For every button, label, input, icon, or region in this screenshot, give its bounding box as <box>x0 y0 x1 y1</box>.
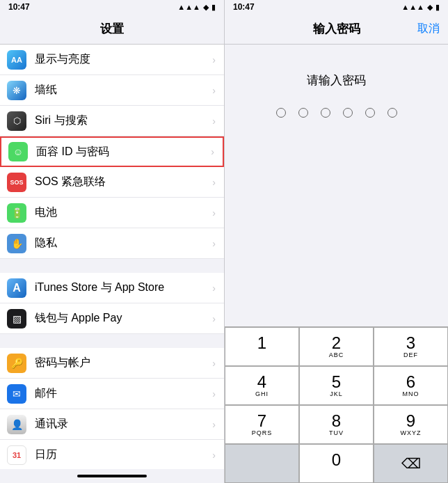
settings-item-passwords[interactable]: 🔑 密码与帐户 › <box>0 348 224 379</box>
chevron-icon: › <box>211 146 214 157</box>
key-6[interactable]: 6 MNO <box>374 366 448 405</box>
chevron-icon: › <box>212 207 216 219</box>
passcode-dots <box>276 108 397 118</box>
wallet-label: 钱包与 Apple Pay <box>35 311 212 326</box>
settings-item-privacy[interactable]: ✋ 隐私 › <box>0 228 224 259</box>
cancel-button[interactable]: 取消 <box>417 22 440 36</box>
wallet-icon: ▨ <box>7 309 26 328</box>
wifi-icon: ◆ <box>427 3 433 12</box>
chevron-icon: › <box>212 116 216 127</box>
battery-icon: 🔋 <box>7 203 26 223</box>
signal-icon: ▲▲▲ <box>177 3 200 11</box>
dot-1 <box>276 108 286 118</box>
chevron-icon: › <box>212 419 216 430</box>
key-8[interactable]: 8 TUV <box>299 405 374 444</box>
key-empty <box>225 444 299 483</box>
chevron-icon: › <box>212 283 216 294</box>
section-gap-2 <box>0 334 224 348</box>
key-3-main: 3 <box>406 335 415 351</box>
settings-panel: 10:47 ▲▲▲ ◆ ▮ 设置 AA 显示与亮度 › ❋ 墙纸 › <box>0 0 224 483</box>
settings-item-faceid[interactable]: ☺ 面容 ID 与密码 › <box>0 136 224 167</box>
siri-icon: ⬡ <box>7 111 26 131</box>
key-3-sub: DEF <box>403 351 418 359</box>
left-time: 10:47 <box>8 2 30 12</box>
keyboard-row-1: 1 2 ABC 3 DEF <box>225 327 448 366</box>
settings-item-siri[interactable]: ⬡ Siri 与搜索 › <box>0 106 224 136</box>
faceid-label: 面容 ID 与密码 <box>36 145 211 159</box>
display-label: 显示与亮度 <box>35 52 212 67</box>
settings-list: AA 显示与亮度 › ❋ 墙纸 › ⬡ Siri 与搜索 › <box>0 45 224 469</box>
contacts-icon: 👤 <box>7 415 26 434</box>
keyboard-row-2: 4 GHI 5 JKL 6 MNO <box>225 366 448 405</box>
passcode-nav-bar: 输入密码 取消 <box>225 14 448 45</box>
key-8-main: 8 <box>332 413 341 429</box>
chevron-icon: › <box>212 85 216 96</box>
signal-icon: ▲▲▲ <box>401 3 424 11</box>
right-time: 10:47 <box>233 2 255 12</box>
keyboard-row-3: 7 PQRS 8 TUV 9 WXYZ <box>225 405 448 444</box>
chevron-icon: › <box>212 358 216 369</box>
wifi-icon: ◆ <box>203 3 209 12</box>
calendar-icon: 31 <box>7 445 26 465</box>
sos-icon: SOS <box>7 173 26 192</box>
dot-2 <box>298 108 308 118</box>
itunes-icon: A <box>7 278 26 298</box>
privacy-icon: ✋ <box>7 234 26 253</box>
chevron-icon: › <box>212 450 216 461</box>
settings-item-mail[interactable]: ✉ 邮件 › <box>0 379 224 409</box>
keyboard-row-4: 0 ⌫ <box>225 444 448 483</box>
key-4[interactable]: 4 GHI <box>225 366 299 405</box>
chevron-icon: › <box>212 177 216 188</box>
left-status-icons: ▲▲▲ ◆ ▮ <box>177 3 216 12</box>
calendar-label: 日历 <box>35 448 212 462</box>
key-6-main: 6 <box>406 374 415 390</box>
key-delete[interactable]: ⌫ <box>374 444 448 483</box>
home-bar <box>77 475 147 477</box>
key-7-main: 7 <box>257 413 266 429</box>
itunes-label: iTunes Store 与 App Store <box>35 280 212 295</box>
passcode-title: 输入密码 <box>313 21 360 37</box>
key-1[interactable]: 1 <box>225 327 299 366</box>
key-9[interactable]: 9 WXYZ <box>374 405 448 444</box>
key-9-main: 9 <box>406 413 415 429</box>
sos-label: SOS 紧急联络 <box>35 175 212 189</box>
mail-label: 邮件 <box>35 386 212 401</box>
key-7-sub: PQRS <box>252 429 273 437</box>
settings-item-display[interactable]: AA 显示与亮度 › <box>0 45 224 75</box>
contacts-label: 通讯录 <box>35 417 212 431</box>
key-6-sub: MNO <box>403 390 419 398</box>
passwords-label: 密码与帐户 <box>35 356 212 370</box>
numpad-keyboard: 1 2 ABC 3 DEF 4 GHI 5 JKL 6 <box>225 326 448 483</box>
settings-item-wallet[interactable]: ▨ 钱包与 Apple Pay › <box>0 303 224 334</box>
settings-item-sos[interactable]: SOS SOS 紧急联络 › <box>0 167 224 198</box>
dot-5 <box>365 108 375 118</box>
chevron-icon: › <box>212 388 216 399</box>
key-3[interactable]: 3 DEF <box>374 327 448 366</box>
passcode-panel: 10:47 ▲▲▲ ◆ ▮ 输入密码 取消 请输入密码 1 2 <box>224 0 448 483</box>
mail-icon: ✉ <box>7 384 26 404</box>
settings-item-itunes[interactable]: A iTunes Store 与 App Store › <box>0 273 224 303</box>
settings-item-wallpaper[interactable]: ❋ 墙纸 › <box>0 75 224 106</box>
battery-icon: ▮ <box>435 3 440 12</box>
dot-4 <box>343 108 353 118</box>
left-status-bar: 10:47 ▲▲▲ ◆ ▮ <box>0 0 224 14</box>
settings-item-battery[interactable]: 🔋 电池 › <box>0 198 224 228</box>
settings-item-contacts[interactable]: 👤 通讯录 › <box>0 409 224 440</box>
passwords-icon: 🔑 <box>7 354 26 373</box>
section-3: 🔑 密码与帐户 › ✉ 邮件 › 👤 通讯录 › <box>0 348 224 469</box>
key-2-sub: ABC <box>329 351 344 359</box>
faceid-icon: ☺ <box>8 142 28 161</box>
key-5[interactable]: 5 JKL <box>299 366 374 405</box>
key-7[interactable]: 7 PQRS <box>225 405 299 444</box>
settings-item-calendar[interactable]: 31 日历 › <box>0 440 224 469</box>
chevron-icon: › <box>212 54 216 65</box>
key-2[interactable]: 2 ABC <box>299 327 374 366</box>
key-4-sub: GHI <box>255 390 269 398</box>
wallpaper-icon: ❋ <box>7 81 26 100</box>
key-0[interactable]: 0 <box>299 444 374 483</box>
home-indicator <box>0 469 224 483</box>
battery-label: 电池 <box>35 205 212 220</box>
key-0-main: 0 <box>332 452 341 468</box>
key-5-main: 5 <box>332 374 341 390</box>
section-gap-1 <box>0 259 224 273</box>
